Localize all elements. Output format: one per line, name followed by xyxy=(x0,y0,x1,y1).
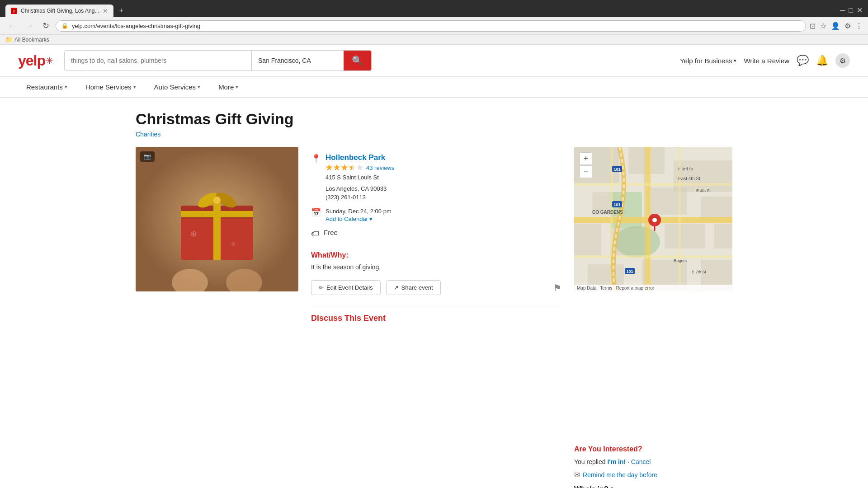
messages-icon[interactable]: 💬 xyxy=(797,55,809,66)
bookmarks-bar: 📁 All Bookmarks xyxy=(0,35,868,45)
calendar-icon: 📅 xyxy=(311,207,321,217)
nav-item-restaurants[interactable]: Restaurants ▾ xyxy=(18,77,75,97)
cast-icon[interactable]: ⊡ xyxy=(810,22,816,30)
svg-point-27 xyxy=(615,226,660,258)
more-label: More xyxy=(218,83,234,91)
discuss-section: Discuss This Event xyxy=(311,306,561,323)
description-heading: What/Why: xyxy=(311,251,561,259)
description-text: It is the season of giving. xyxy=(311,262,561,272)
svg-text:❄: ❄ xyxy=(190,229,198,239)
address-bar[interactable]: 🔒 yelp.com/events/los-angeles-christmas-… xyxy=(56,20,806,32)
share-event-button[interactable]: ↗ Share event xyxy=(386,280,441,295)
star-2 xyxy=(333,164,340,171)
location-input[interactable] xyxy=(252,51,344,70)
event-right-sidebar: 101 101 East 4th St E 3rd St E 4th St CO… xyxy=(574,147,732,488)
map-terms-link[interactable]: Terms xyxy=(600,286,612,291)
share-icon: ↗ xyxy=(394,284,399,291)
search-button[interactable]: 🔍 xyxy=(344,51,371,70)
star-1 xyxy=(326,164,333,171)
svg-rect-17 xyxy=(646,188,687,215)
event-image: ❄ ❄ xyxy=(136,147,298,291)
whos-in-heading: Who's in? xyxy=(574,485,609,488)
tab-favicon: y xyxy=(11,8,17,14)
remind-link[interactable]: Remind me the day before xyxy=(583,471,657,479)
svg-text:101: 101 xyxy=(613,202,620,207)
maximize-button[interactable]: □ xyxy=(849,6,853,14)
share-event-label: Share event xyxy=(401,284,433,291)
svg-rect-30 xyxy=(574,183,732,186)
yelp-logo-burst-icon: ✳ xyxy=(46,55,53,66)
ticket-icon: 🏷 xyxy=(311,229,319,239)
bookmark-star-icon[interactable]: ☆ xyxy=(820,22,826,30)
event-title: Christmas Gift Giving xyxy=(136,110,732,128)
photo-icon[interactable]: 📷 xyxy=(140,151,155,162)
search-bar: 🔍 xyxy=(64,50,372,71)
new-tab-button[interactable]: + xyxy=(114,4,127,17)
url-text: yelp.com/events/los-angeles-christmas-gi… xyxy=(72,23,800,29)
reload-button[interactable]: ↻ xyxy=(40,20,52,32)
menu-icon[interactable]: ⋮ xyxy=(855,22,863,30)
event-image-section: ❄ ❄ 📷 xyxy=(136,147,298,488)
browser-chrome: y Christmas Gift Giving, Los Ang... ✕ + … xyxy=(0,0,868,17)
notifications-icon[interactable]: 🔔 xyxy=(816,55,828,66)
auto-services-chevron-icon: ▾ xyxy=(198,84,200,90)
restaurants-chevron-icon: ▾ xyxy=(65,84,67,90)
yelp-logo-text: yelp xyxy=(18,52,45,69)
edit-event-button[interactable]: ✏ Edit Event Details xyxy=(311,280,381,295)
user-avatar[interactable]: ⚙ xyxy=(835,53,850,68)
whos-in-response-count: 1 response xyxy=(610,486,642,488)
map-svg: 101 101 East 4th St E 3rd St E 4th St CO… xyxy=(574,147,732,291)
event-details-section: 📍 Hollenbeck Park 43 reviews 415 S xyxy=(311,147,561,488)
tab-close-button[interactable]: ✕ xyxy=(103,7,108,14)
add-calendar-chevron-icon: ▾ xyxy=(369,216,373,222)
close-button[interactable]: ✕ xyxy=(857,6,863,14)
yelp-for-business-label: Yelp for Business xyxy=(680,57,732,65)
minimize-button[interactable]: ─ xyxy=(840,6,845,14)
discuss-heading: Discuss This Event xyxy=(311,314,561,323)
yelp-navigation: Restaurants ▾ Home Services ▾ Auto Servi… xyxy=(0,77,868,98)
nav-item-auto-services[interactable]: Auto Services ▾ xyxy=(146,77,209,97)
flag-icon: ⚑ xyxy=(553,283,561,293)
extension-icon[interactable]: ⚙ xyxy=(844,22,851,30)
avatar-icon: ⚙ xyxy=(840,56,846,65)
svg-text:CO GARDENS: CO GARDENS xyxy=(592,210,623,215)
zoom-out-button[interactable]: − xyxy=(580,165,592,178)
flag-button[interactable]: ⚑ xyxy=(553,282,561,293)
svg-text:East 4th St: East 4th St xyxy=(678,176,700,181)
event-category[interactable]: Charities xyxy=(136,131,732,138)
description-section: What/Why: It is the season of giving. xyxy=(311,251,561,272)
nav-item-home-services[interactable]: Home Services ▾ xyxy=(77,77,144,97)
map-report-link[interactable]: Report a map error xyxy=(616,286,654,291)
active-tab[interactable]: y Christmas Gift Giving, Los Ang... ✕ xyxy=(5,5,113,17)
venue-info: Hollenbeck Park 43 reviews 415 S Saint L… xyxy=(326,153,394,201)
yelp-logo[interactable]: yelp ✳ xyxy=(18,52,53,69)
forward-button[interactable]: → xyxy=(23,20,36,32)
cancel-link[interactable]: Cancel xyxy=(631,458,651,465)
add-to-calendar-button[interactable]: Add to Calendar ▾ xyxy=(326,216,392,222)
bookmarks-label[interactable]: All Bookmarks xyxy=(14,37,49,43)
svg-text:101: 101 xyxy=(626,269,633,274)
map-zoom-controls: + − xyxy=(580,152,592,178)
write-review-link[interactable]: Write a Review xyxy=(744,57,789,65)
search-input[interactable] xyxy=(65,51,252,70)
search-icon: 🔍 xyxy=(352,55,363,66)
rating-stars xyxy=(326,164,363,171)
yelp-for-business-link[interactable]: Yelp for Business ▾ xyxy=(680,57,736,65)
browser-window-controls: ─ □ ✕ xyxy=(840,6,863,17)
nav-item-more[interactable]: More ▾ xyxy=(210,77,246,97)
profile-icon[interactable]: 👤 xyxy=(831,22,840,30)
event-image-svg: ❄ ❄ xyxy=(136,147,298,291)
zoom-in-button[interactable]: + xyxy=(580,152,592,165)
date-info: Sunday, Dec 24, 2:00 pm Add to Calendar … xyxy=(326,207,392,223)
main-content: Christmas Gift Giving Charities xyxy=(118,98,750,488)
map-container[interactable]: 101 101 East 4th St E 3rd St E 4th St CO… xyxy=(574,147,732,291)
svg-point-39 xyxy=(652,218,657,222)
venue-name-link[interactable]: Hollenbeck Park xyxy=(326,153,385,162)
chevron-down-icon: ▾ xyxy=(734,58,736,64)
svg-rect-21 xyxy=(665,224,705,249)
browser-tabs: y Christmas Gift Giving, Los Ang... ✕ + xyxy=(5,4,128,17)
back-button[interactable]: ← xyxy=(5,20,19,32)
reviews-count[interactable]: 43 reviews xyxy=(366,164,394,171)
are-you-interested-heading: Are You Interested? xyxy=(574,445,732,453)
tab-title: Christmas Gift Giving, Los Ang... xyxy=(21,8,99,14)
